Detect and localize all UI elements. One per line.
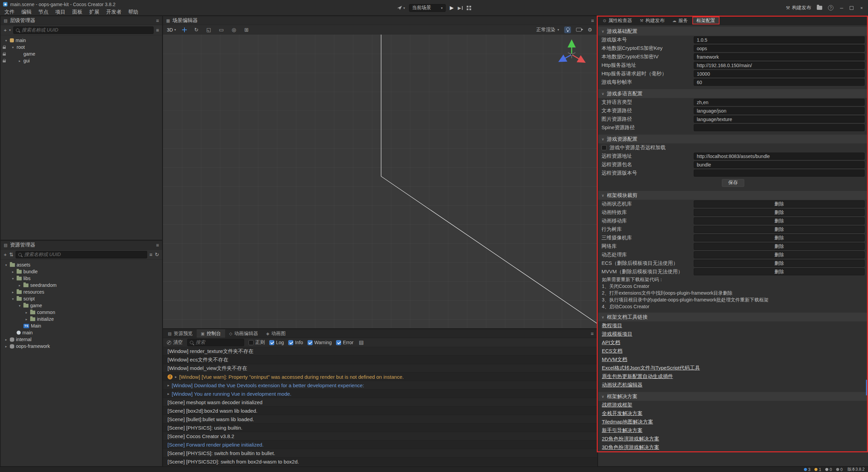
delete-button[interactable]: 删除 xyxy=(694,209,865,216)
doc-link[interactable]: 战棋游戏框架 xyxy=(602,402,632,408)
doc-link[interactable]: 教程项目 xyxy=(602,322,622,329)
hierarchy-row-0[interactable]: ▾main xyxy=(1,37,162,44)
panel-menu-icon[interactable]: ≡ xyxy=(156,18,159,23)
expand-icon[interactable]: ▸ xyxy=(167,392,170,396)
filter-icon[interactable]: ≡ xyxy=(156,27,159,33)
snap-toggle-icon[interactable]: ⊞ xyxy=(243,27,250,33)
caret-icon[interactable]: ▸ xyxy=(18,59,22,63)
help-icon[interactable]: ? xyxy=(828,5,833,11)
panel-menu-icon[interactable]: ≡ xyxy=(156,242,159,248)
asset-row-2[interactable]: ▾libs xyxy=(1,275,162,282)
property-input[interactable]: language/texture xyxy=(694,116,865,123)
save-button[interactable]: 保存 xyxy=(722,179,744,187)
log-row-4[interactable]: ▸[Window] Download the V​ue Devtools ext… xyxy=(163,381,597,390)
caret-icon[interactable]: ▾ xyxy=(18,304,22,308)
gear-icon[interactable]: ⚙ xyxy=(587,27,593,33)
menu-item-4[interactable]: 面板 xyxy=(69,9,86,15)
light-toggle-icon[interactable] xyxy=(564,26,571,33)
asset-row-4[interactable]: ▸resources xyxy=(1,289,162,295)
maximize-button[interactable] xyxy=(850,6,853,10)
regex-toggle[interactable]: 正则 xyxy=(249,339,265,346)
scene-viewport[interactable] xyxy=(163,35,597,328)
status-tasks[interactable]: 0 xyxy=(836,467,843,472)
doc-link[interactable]: 动画状态机编辑器 xyxy=(602,382,643,388)
assets-search-input[interactable]: 搜索名称或 UUID xyxy=(16,251,147,258)
caret-icon[interactable]: ▸ xyxy=(24,317,28,321)
doc-link[interactable]: Excel格式转Json文件与TypeScript代码工具 xyxy=(602,365,700,371)
play-button[interactable]: ▶ xyxy=(450,5,454,11)
menu-item-5[interactable]: 扩展 xyxy=(86,9,103,15)
asset-row-11[interactable]: ▸internal xyxy=(1,336,162,343)
create-asset-button[interactable]: + xyxy=(4,252,7,257)
property-input[interactable]: bundle xyxy=(694,161,865,168)
filter-log[interactable]: Log xyxy=(269,340,284,345)
log-row-1[interactable]: [Window] ecs文件夹不存在 xyxy=(163,356,597,364)
scale-tool-icon[interactable]: ◱ xyxy=(205,27,212,33)
status-warning[interactable]: 1 xyxy=(814,467,821,472)
section-header[interactable]: ∨框架文档工具链接 xyxy=(598,313,868,321)
move-tool-icon[interactable] xyxy=(182,27,187,33)
section-header[interactable]: ∨游戏多语言配置 xyxy=(598,89,868,98)
filter-error[interactable]: Error xyxy=(336,340,353,345)
property-input[interactable]: zh,en xyxy=(694,99,865,106)
status-info[interactable]: 3 xyxy=(804,467,811,472)
status-error[interactable]: 0 xyxy=(825,467,832,472)
property-input[interactable]: language/json xyxy=(694,107,865,114)
log-row-6[interactable]: [Scene] meshopt wasm decoder initialized xyxy=(163,398,597,407)
doc-link[interactable]: Tiledmap地图解决方案 xyxy=(602,419,653,425)
delete-button[interactable]: 删除 xyxy=(694,268,865,275)
delete-button[interactable]: 删除 xyxy=(694,260,865,267)
chevron-down-icon[interactable]: ▾ xyxy=(9,28,11,32)
doc-link[interactable]: 游戏模板项目 xyxy=(602,331,632,337)
asset-row-1[interactable]: ▸bundle xyxy=(1,268,162,275)
asset-row-9[interactable]: TSMain xyxy=(1,322,162,329)
console-tab-2[interactable]: ◇动画编辑器 xyxy=(225,329,262,338)
projection-toggle[interactable]: 3D ▾ xyxy=(167,27,176,33)
caret-icon[interactable]: ▾ xyxy=(11,297,15,301)
preview-platform-icon[interactable]: ▾ xyxy=(397,5,405,11)
log-row-3[interactable]: !▸[Window] [Vue warn]: Property "onInput… xyxy=(163,373,597,381)
property-input[interactable]: http://192.168.0.150/main/ xyxy=(694,62,865,69)
log-row-7[interactable]: [Scene] [box2d]:box2d wasm lib loaded. xyxy=(163,407,597,415)
menu-item-1[interactable]: 编辑 xyxy=(18,9,35,15)
filter-icon[interactable]: ≡ xyxy=(150,252,153,257)
asset-row-5[interactable]: ▾script xyxy=(1,295,162,302)
log-row-2[interactable]: [Window] model_view文件夹不存在 xyxy=(163,364,597,373)
caret-icon[interactable]: ▾ xyxy=(4,263,8,267)
hierarchy-row-3[interactable]: ▸gui xyxy=(1,57,162,64)
section-header[interactable]: ∨游戏资源配置 xyxy=(598,135,868,143)
camera-settings-icon[interactable] xyxy=(576,28,581,32)
project-folder-icon[interactable] xyxy=(817,6,822,10)
menu-item-2[interactable]: 节点 xyxy=(35,9,52,15)
property-input[interactable]: http://localhost:8083/assets/bundle xyxy=(694,153,865,160)
rotate-tool-icon[interactable]: ↻ xyxy=(193,27,200,33)
inspector-tab-1[interactable]: ⚒构建发布 xyxy=(636,17,668,24)
property-input[interactable] xyxy=(694,170,865,177)
doc-link[interactable]: 2D角色扮演游戏解决方案 xyxy=(602,436,659,442)
console-search-input[interactable]: 搜索 xyxy=(187,339,244,346)
doc-link[interactable]: ECS文档 xyxy=(602,348,623,354)
menu-item-7[interactable]: 帮助 xyxy=(125,9,142,15)
step-button[interactable]: ▶ xyxy=(458,5,463,11)
hierarchy-search-input[interactable]: 搜索名称或 UUID xyxy=(13,26,154,34)
hierarchy-row-2[interactable]: game xyxy=(1,51,162,57)
doc-link[interactable]: MVVM文档 xyxy=(602,356,627,363)
filter-warning[interactable]: Warning xyxy=(308,340,332,345)
close-button[interactable]: × xyxy=(859,5,864,11)
current-scene-select[interactable]: 当前场景 ▾ xyxy=(409,4,446,12)
doc-link[interactable]: API文档 xyxy=(602,339,620,346)
console-tab-0[interactable]: ▤资源预览 xyxy=(164,329,197,338)
inspector-tab-0[interactable]: ⊙属性检查器 xyxy=(599,17,635,24)
asset-row-3[interactable]: ▸seedrandom xyxy=(1,282,162,289)
caret-icon[interactable]: ▸ xyxy=(11,270,15,274)
caret-icon[interactable]: ▸ xyxy=(4,338,8,341)
delete-button[interactable]: 删除 xyxy=(694,251,865,258)
inspector-tab-3[interactable]: 框架配置 xyxy=(692,17,719,24)
create-node-button[interactable]: + xyxy=(4,27,7,33)
expand-icon[interactable]: ▸ xyxy=(175,375,177,379)
console-tab-1[interactable]: ▣控制台 xyxy=(197,329,225,338)
delete-button[interactable]: 删除 xyxy=(694,243,865,250)
asset-row-8[interactable]: ▸initialize xyxy=(1,316,162,322)
log-row-9[interactable]: [Scene] [PHYSICS]: using builtin. xyxy=(163,424,597,432)
filter-info[interactable]: Info xyxy=(288,340,303,345)
